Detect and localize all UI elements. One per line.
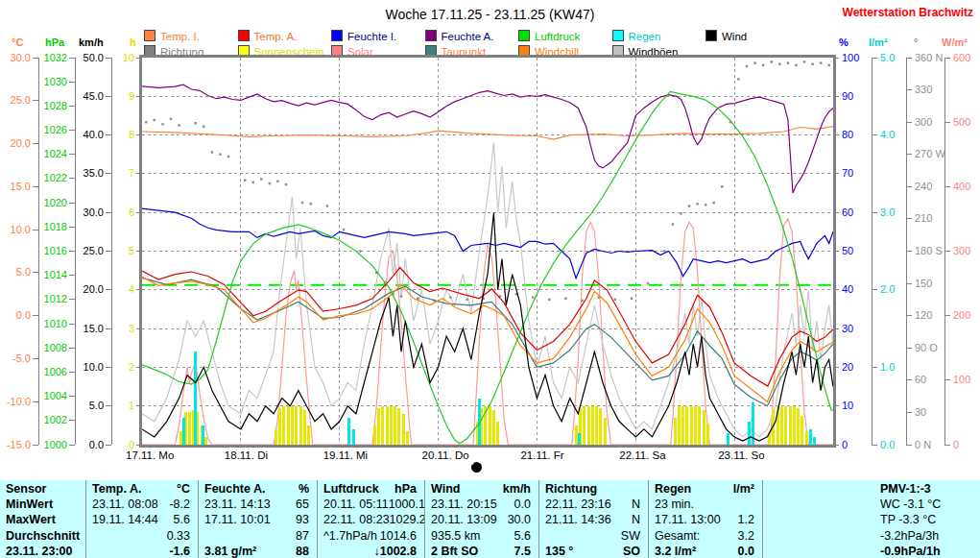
cell-text: 19.11. 14:44: [92, 512, 158, 527]
axis-label-pct: 30: [842, 324, 853, 334]
legend-color-swatch: [612, 30, 624, 41]
axis-label-c: 30.0: [0, 53, 31, 63]
col-unit: l/m²: [733, 481, 754, 497]
day-label: 20.11. Do: [422, 449, 469, 461]
cell-text: 3.2 l/m²: [655, 544, 696, 558]
axis-label-c: 20.0: [0, 138, 31, 149]
cell-text: 23.11. 20:15: [431, 497, 497, 512]
cell-text: 22.11. 23:16: [545, 497, 611, 512]
col-unit: km/h: [503, 481, 531, 497]
axis-label-h: 5: [98, 246, 134, 256]
axis-label-deg: 210: [915, 213, 932, 224]
table-col-pmv-1-3: PMV-1:-3WC -3.1 °CTP -3.3 °C-3.2hPa/3h-0…: [763, 480, 980, 558]
table-row: 0.33: [86, 528, 198, 544]
table-col-richtung: Richtung22.11. 23:16N21.11. 14:36NSW135 …: [539, 480, 649, 558]
axis-label-wm2: 200: [953, 310, 970, 321]
axis-tick: [906, 379, 912, 380]
cell-text: 23 min.: [655, 497, 694, 512]
axis-label-hpa: 1004: [31, 391, 67, 401]
axis-label-c: -15.0: [0, 440, 31, 450]
cell-text: 935.5 km: [431, 528, 480, 544]
axis-tick: [906, 122, 912, 123]
axis-label-h: 10: [98, 53, 134, 63]
axis-tick: [944, 251, 950, 252]
table-col-sensor: SensorMinWertMaxWertDurchschnitt23.11. 2…: [0, 480, 86, 558]
axis-tick: [69, 348, 75, 349]
cell-value: 1014.6: [380, 528, 417, 544]
table-row: 935.5 km5.6: [425, 528, 538, 544]
summary-table: SensorMinWertMaxWertDurchschnitt23.11. 2…: [0, 480, 980, 558]
col-unit: hPa: [394, 481, 417, 497]
axis-tick: [906, 445, 912, 446]
axis-label-hpa: 1030: [31, 77, 67, 87]
table-row: ↓1002.8: [318, 544, 424, 558]
axis-label-h: 3: [98, 324, 134, 334]
legend-color-swatch: [425, 30, 437, 41]
axis-label-hpa: 1020: [31, 198, 67, 208]
table-row: -0.9hPa/1h: [763, 544, 980, 558]
cell-text: 23.11. 08:08: [92, 497, 158, 512]
axis-label-c: 25.0: [0, 95, 31, 106]
cell-value: SO: [623, 544, 640, 558]
table-row: 87: [199, 528, 317, 544]
table-row-label: Durchschnitt: [0, 528, 85, 544]
cell-value: 3.2: [738, 528, 754, 544]
cell-value: ↓1002.8: [374, 544, 417, 558]
cell-text: 22.11. 08:23: [323, 512, 390, 527]
cell-text: 20.11. 13:09: [431, 512, 497, 527]
axis-tick: [944, 122, 950, 123]
cell-text: 135 °: [545, 544, 573, 558]
axis-tick: [906, 348, 912, 349]
table-row: -3.2hPa/3h: [763, 528, 980, 544]
col-unit: %: [299, 481, 309, 497]
table-row: 22.11. 08:231029.2: [318, 512, 424, 527]
axis-tick: [906, 89, 912, 90]
cell-value: 65: [296, 497, 309, 512]
axis-label-pct: 50: [842, 246, 853, 256]
cell-text: 20.11. 05:11: [323, 497, 389, 512]
axis-label-deg: 270 W: [915, 149, 945, 159]
cell-value: 0.0: [738, 544, 754, 558]
cell-value: N: [632, 512, 640, 527]
cell-text: 17.11. 10:01: [204, 512, 271, 527]
table-row: 23.11. 20:150.0: [425, 497, 538, 512]
axis-label-pct: 80: [842, 130, 853, 140]
axis-label-deg: 120: [915, 310, 932, 321]
axis-unit-c: °C: [12, 36, 23, 48]
col-unit: °C: [177, 481, 190, 497]
table-col-regen: Regenl/m²23 min.17.11. 13:001.2Gesamt:3.…: [649, 480, 763, 558]
day-label: 18.11. Di: [225, 449, 268, 461]
axis-tick: [69, 154, 75, 155]
axis-unit-h: h: [130, 36, 136, 48]
axis-label-h: 8: [98, 130, 134, 140]
col-header: Richtung: [545, 481, 597, 497]
table-row: 17.11. 13:001.2: [649, 512, 762, 527]
axis-tick: [944, 58, 950, 59]
axis-tick: [69, 82, 75, 83]
legend-item-wind: Wind: [705, 30, 747, 41]
axis-label-h: 7: [98, 168, 134, 179]
axis-tick: [906, 315, 912, 316]
axis-tick: [906, 251, 912, 252]
cell-value: 30.0: [508, 512, 531, 527]
axis-label-lm2: 2.0: [880, 284, 895, 295]
legend-item-temp-a-: Temp. A.: [238, 30, 298, 41]
col-header: Wind: [431, 481, 460, 497]
axis-tick: [69, 396, 75, 397]
cell-value: 0.33: [167, 528, 190, 544]
axis-tick: [33, 315, 38, 316]
axis-tick: [69, 203, 75, 204]
axis-label-c: 5.0: [0, 267, 31, 278]
axis-unit-hpa: hPa: [45, 36, 64, 48]
cell-text: ^1.7hPa/h: [323, 528, 377, 544]
col-header: Luftdruck: [323, 481, 379, 497]
axis-label-hpa: 1000: [31, 440, 67, 450]
axis-tick: [872, 134, 877, 135]
cell-value: 1029.2: [390, 512, 424, 527]
axis-label-h: 4: [98, 284, 134, 295]
axis-label-wm2: 400: [953, 182, 970, 192]
legend-item-regen: Regen: [612, 30, 661, 41]
axis-label-deg: 30: [915, 407, 926, 418]
table-row: 19.11. 14:445.6: [86, 512, 198, 527]
table-row: 21.11. 14:36N: [539, 512, 648, 527]
